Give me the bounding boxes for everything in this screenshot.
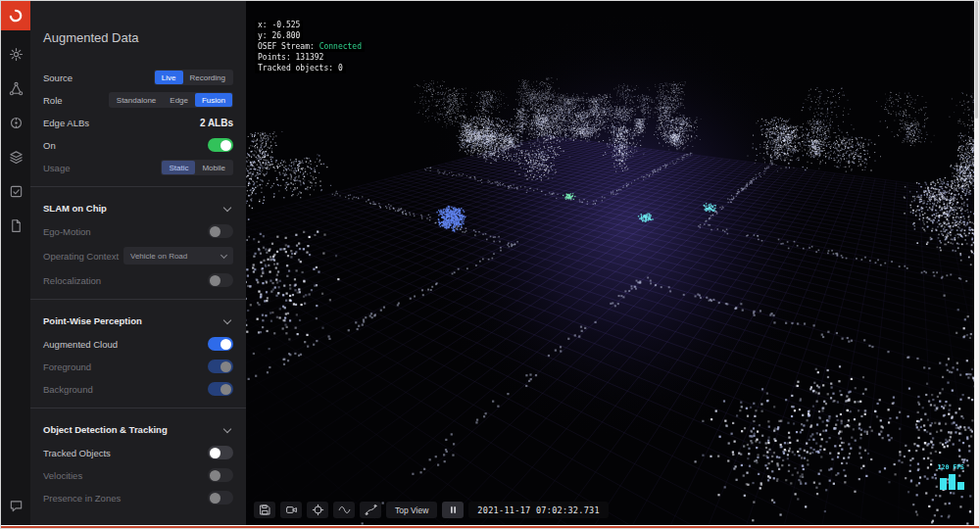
window-bottom-edge	[1, 526, 979, 528]
viewport-toolbar: Top View 2021-11-17 07:02:32.731	[254, 502, 609, 518]
control-panel: Augmented Data Source Live Recording Rol…	[30, 1, 246, 525]
source-label: Source	[43, 72, 73, 83]
usage-label: Usage	[43, 163, 70, 173]
tracked-objects-label: Tracked Objects	[43, 448, 111, 458]
target-icon	[312, 504, 324, 516]
tracked-objects-row: Tracked Objects	[43, 442, 233, 463]
augmented-cloud-toggle[interactable]	[208, 337, 233, 351]
pause-icon	[447, 504, 460, 516]
tracked-objects-toggle[interactable]	[208, 446, 233, 459]
power-row: On	[43, 134, 233, 156]
section-object-detection-tracking[interactable]: Object Detection & Tracking	[43, 416, 233, 442]
augmented-cloud-label: Augmented Cloud	[43, 339, 118, 350]
spline-icon	[365, 504, 377, 516]
chevron-down-icon	[223, 425, 231, 433]
point-cloud-viewport[interactable]: x: -0.525 y: 26.800 OSEF Stream: Connect…	[246, 1, 976, 525]
settings-icon[interactable]	[8, 46, 24, 62]
chevron-down-icon	[223, 204, 231, 212]
operating-context-value: Vehicle on Road	[130, 252, 187, 261]
hud-stream: OSEF Stream: Connected	[255, 42, 365, 52]
relocalization-row: Relocalization	[43, 269, 233, 291]
ego-motion-toggle[interactable]	[208, 224, 233, 238]
chevron-down-icon	[223, 316, 231, 324]
section-title: SLAM on Chip	[43, 203, 107, 214]
divider	[30, 408, 246, 409]
role-segment: Standalone Edge Fusion	[109, 92, 233, 108]
network-icon[interactable]	[8, 80, 24, 96]
role-option-standalone[interactable]: Standalone	[110, 93, 163, 107]
velocities-toggle[interactable]	[208, 468, 233, 482]
usage-option-static[interactable]: Static	[162, 161, 195, 174]
audit-icon[interactable]	[8, 183, 24, 199]
save-button[interactable]	[254, 502, 275, 518]
ego-motion-row: Ego-Motion	[43, 220, 233, 242]
record-video-button[interactable]	[280, 502, 302, 518]
panel-title: Augmented Data	[43, 1, 233, 45]
timestamp: 2021-11-17 07:02:32.731	[468, 502, 609, 518]
role-label: Role	[43, 95, 63, 106]
divider	[30, 186, 246, 187]
presence-in-zones-row: Presence in Zones	[43, 487, 233, 508]
source-option-recording[interactable]: Recording	[183, 71, 232, 84]
source-option-live[interactable]: Live	[155, 71, 183, 84]
wave-view-button[interactable]	[333, 502, 355, 518]
layers-icon[interactable]	[8, 149, 24, 165]
hud-tracked: Tracked objects: 0	[255, 64, 346, 73]
role-option-fusion[interactable]: Fusion	[195, 93, 232, 107]
chevron-down-icon	[220, 251, 227, 258]
background-label: Background	[43, 384, 93, 395]
role-row: Role Standalone Edge Fusion	[43, 89, 233, 111]
hud-stream-label: OSEF Stream:	[258, 42, 319, 51]
hud-points: Points: 131392	[255, 53, 326, 63]
velocities-row: Velocities	[43, 464, 233, 486]
recenter-button[interactable]	[307, 502, 328, 518]
usage-segment: Static Mobile	[161, 160, 233, 175]
role-option-edge[interactable]: Edge	[163, 93, 195, 107]
fps-bars	[938, 473, 964, 490]
scrollbar[interactable]	[974, 1, 979, 525]
velocities-label: Velocities	[43, 470, 82, 481]
edge-albs-value: 2 ALBs	[200, 118, 233, 128]
top-view-button[interactable]: Top View	[386, 502, 437, 518]
background-row: Background	[43, 378, 233, 400]
fps-meter: 120 FPS	[938, 463, 964, 490]
section-point-wise-perception[interactable]: Point-Wise Perception	[43, 308, 233, 333]
logo-icon	[8, 8, 24, 24]
section-title: Point-Wise Perception	[43, 315, 142, 326]
support-icon[interactable]	[8, 498, 24, 513]
power-label: On	[43, 140, 56, 151]
edge-albs-label: Edge ALBs	[43, 118, 89, 128]
app-window: Augmented Data Source Live Recording Rol…	[0, 0, 980, 529]
usage-option-mobile[interactable]: Mobile	[195, 161, 232, 174]
point-cloud-canvas[interactable]	[246, 1, 976, 525]
section-slam-on-chip[interactable]: SLAM on Chip	[43, 195, 233, 220]
ego-motion-label: Ego-Motion	[43, 226, 91, 237]
operating-context-row: Operating Context Vehicle on Road	[43, 243, 233, 268]
document-icon[interactable]	[8, 217, 24, 233]
operating-context-select[interactable]: Vehicle on Road	[123, 247, 233, 264]
trajectory-button[interactable]	[360, 502, 381, 518]
app-logo[interactable]	[1, 1, 30, 30]
relocalization-label: Relocalization	[43, 275, 101, 286]
hud-x: x: -0.525	[255, 21, 303, 30]
background-toggle[interactable]	[208, 382, 233, 396]
power-toggle[interactable]	[208, 138, 233, 152]
usage-row: Usage Static Mobile	[43, 157, 233, 178]
scrollbar-thumb[interactable]	[975, 1, 978, 119]
presence-in-zones-label: Presence in Zones	[43, 493, 121, 504]
video-camera-icon	[285, 504, 298, 516]
pause-button[interactable]	[442, 502, 464, 518]
wave-icon	[338, 504, 351, 516]
foreground-toggle[interactable]	[208, 360, 233, 373]
operating-context-label: Operating Context	[43, 251, 119, 262]
lidar-icon[interactable]	[8, 115, 24, 130]
source-row: Source Live Recording	[43, 67, 233, 88]
foreground-row: Foreground	[43, 356, 233, 377]
foreground-label: Foreground	[43, 361, 91, 372]
relocalization-toggle[interactable]	[208, 273, 233, 287]
source-segment: Live Recording	[154, 70, 233, 85]
edge-albs-row: Edge ALBs 2 ALBs	[43, 112, 233, 133]
presence-in-zones-toggle[interactable]	[208, 491, 233, 505]
save-icon	[259, 504, 271, 516]
section-title: Object Detection & Tracking	[43, 424, 168, 435]
